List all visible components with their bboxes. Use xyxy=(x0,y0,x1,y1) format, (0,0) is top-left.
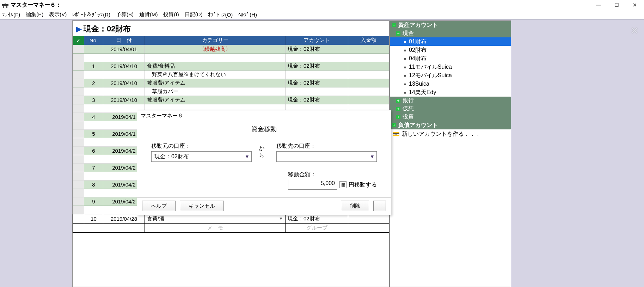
account-leaf[interactable]: ■14楽天Edy xyxy=(390,88,511,97)
debt-header[interactable]: + 負債アカウント xyxy=(390,121,511,129)
menu-file[interactable]: ﾌｧｲﾙ(F) xyxy=(2,12,20,18)
chevron-down-icon: ▼ xyxy=(368,154,376,159)
ledger-title: 現金：02財布 xyxy=(84,24,131,34)
bank-category[interactable]: + 銀行 xyxy=(390,97,511,105)
table-row[interactable]: 22019/04/10被服費/アイテム現金：02財布 xyxy=(73,79,389,87)
to-label: 移動先の口座： xyxy=(276,142,377,150)
menu-budget[interactable]: 予算(B) xyxy=(116,11,134,18)
category-combo[interactable]: 食費/酒▼ xyxy=(145,214,286,223)
svg-rect-2 xyxy=(5,4,6,6)
pane-close-icon[interactable]: × xyxy=(629,24,640,37)
expand-icon: + xyxy=(396,99,400,103)
cash-category[interactable]: − 現金 xyxy=(390,29,511,37)
close-button[interactable]: ✕ xyxy=(626,0,644,10)
new-account-link[interactable]: 💳 新しいアカウントを作る．．． xyxy=(390,129,511,139)
menu-help[interactable]: ﾍﾙﾌﾟ(H) xyxy=(238,12,257,18)
table-row-memo[interactable]: 野菜＠八百屋※まけてくれない xyxy=(73,70,389,79)
app-icon xyxy=(2,2,8,8)
ledger-arrow-icon: ▶ xyxy=(76,25,81,33)
account-leaf[interactable]: ■13Suica xyxy=(390,80,511,88)
menu-view[interactable]: 表示(V) xyxy=(49,11,67,18)
svg-rect-1 xyxy=(6,4,8,6)
account-leaf[interactable]: ■01財布 xyxy=(390,37,511,46)
chevron-down-icon: ▼ xyxy=(279,216,283,221)
from-account-combo[interactable]: 現金：02財布 ▼ xyxy=(151,151,252,162)
col-check[interactable]: ✓ xyxy=(73,36,84,45)
expand-icon: + xyxy=(396,115,400,119)
help-button[interactable]: ヘルプ xyxy=(142,201,176,211)
to-account-combo[interactable]: ▼ xyxy=(276,151,377,162)
maximize-button[interactable]: ☐ xyxy=(607,0,626,10)
minimize-button[interactable]: — xyxy=(589,0,607,10)
table-row-memo[interactable] xyxy=(73,53,389,62)
bullet-icon: ■ xyxy=(404,82,406,86)
col-no[interactable]: No. xyxy=(84,36,103,45)
calculator-icon[interactable]: ▦ xyxy=(339,181,346,188)
bullet-icon: ■ xyxy=(404,48,406,52)
menu-currency[interactable]: 通貨(M) xyxy=(139,11,158,18)
collapse-icon: − xyxy=(392,23,396,27)
menu-report[interactable]: ﾚﾎﾟｰﾄ＆ｸﾞﾗﾌ(R) xyxy=(72,12,110,18)
col-category[interactable]: カテゴリー xyxy=(145,36,286,45)
from-label: 移動元の口座： xyxy=(151,142,252,150)
amount-label: 移動金額： xyxy=(288,171,316,178)
menu-edit[interactable]: 編集(E) xyxy=(26,11,43,18)
bullet-icon: ■ xyxy=(404,57,406,61)
svg-rect-3 xyxy=(3,6,4,8)
invest-category[interactable]: + 投資 xyxy=(390,113,511,121)
table-row-memo[interactable]: 草履カバー xyxy=(73,87,389,96)
dialog-title: マスターマネー６ xyxy=(137,110,391,121)
col-amount[interactable]: 入金額 xyxy=(348,36,389,45)
account-leaf[interactable]: ■12モバイルSuica xyxy=(390,71,511,80)
virtual-category[interactable]: + 仮想 xyxy=(390,105,511,113)
menubar: ﾌｧｲﾙ(F) 編集(E) 表示(V) ﾚﾎﾟｰﾄ＆ｸﾞﾗﾌ(R) 予算(B) … xyxy=(0,10,644,20)
expand-icon: + xyxy=(392,123,396,127)
bullet-icon: ■ xyxy=(404,40,406,44)
ok-button[interactable] xyxy=(373,201,386,211)
menu-diary[interactable]: 日記(D) xyxy=(185,11,203,18)
account-leaf[interactable]: ■11モバイルSuica xyxy=(390,63,511,71)
cancel-button[interactable]: キャンセル xyxy=(180,201,224,211)
col-account[interactable]: アカウント xyxy=(286,36,348,45)
amount-input[interactable]: 5,000 xyxy=(288,180,337,190)
table-row[interactable]: 32019/04/10被服費/アイテム現金：02財布 xyxy=(73,96,389,104)
new-account-icon: 💳 xyxy=(393,131,400,138)
collapse-icon: − xyxy=(396,31,400,36)
menu-invest[interactable]: 投資(I) xyxy=(163,11,179,18)
account-leaf[interactable]: ■04財布 xyxy=(390,54,511,63)
assets-header[interactable]: − 資産アカウント xyxy=(390,21,511,29)
delete-button[interactable]: 削除 xyxy=(341,201,369,211)
carryover-row[interactable]: 2019/04/01〈繰越残高〉現金：02財布 xyxy=(73,45,389,53)
window-controls: — ☐ ✕ xyxy=(589,0,644,10)
svg-rect-4 xyxy=(6,6,7,8)
bullet-icon: ■ xyxy=(404,74,406,78)
account-leaf[interactable]: ■02財布 xyxy=(390,46,511,54)
menu-option[interactable]: ｵﾌﾟｼｮﾝ(O) xyxy=(208,12,233,18)
svg-rect-0 xyxy=(2,4,5,6)
transfer-dialog: マスターマネー６ 資金移動 移動元の口座： 現金：02財布 ▼ から 移動先の口… xyxy=(137,110,391,215)
col-date[interactable]: 日 付 xyxy=(103,36,145,45)
chevron-down-icon: ▼ xyxy=(243,154,251,159)
app-title: マスターマネー６： xyxy=(11,1,61,9)
amount-suffix: 円移動する xyxy=(349,181,377,189)
expand-icon: + xyxy=(396,107,400,111)
table-row[interactable]: 12019/04/10食費/食料品現金：02財布 xyxy=(73,62,389,70)
edit-row[interactable]: 102019/04/28食費/酒▼現金：02財布 xyxy=(73,214,389,223)
window-titlebar: マスターマネー６： — ☐ ✕ xyxy=(0,0,644,10)
bullet-icon: ■ xyxy=(404,65,406,69)
accounts-sidebar: − 資産アカウント − 現金 ■01財布■02財布■04財布■11モバイルSui… xyxy=(390,20,511,287)
edit-row-memo[interactable]: メ モグループ xyxy=(73,223,389,232)
kara-label: から xyxy=(259,145,269,162)
dialog-heading: 資金移動 xyxy=(151,125,377,133)
bullet-icon: ■ xyxy=(404,91,406,94)
